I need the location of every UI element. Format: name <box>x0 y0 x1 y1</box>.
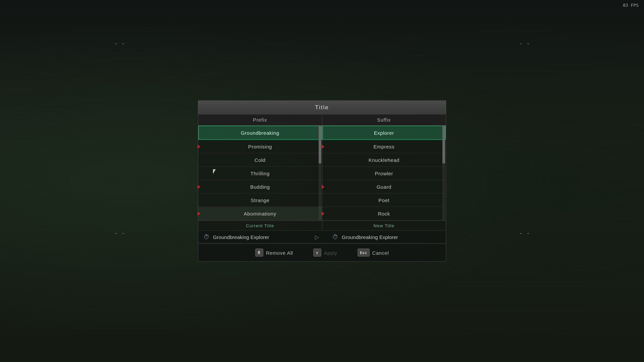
title-dialog: Title Prefix Suffix Groundbreaking Promi… <box>198 101 446 262</box>
prefix-list: Groundbreaking Promising Cold Thrilling … <box>198 126 322 221</box>
current-title-value-container: ⏱ Groundbreaking Explorer <box>204 234 312 241</box>
corner-tr: - - <box>519 40 530 47</box>
lists-container: Groundbreaking Promising Cold Thrilling … <box>198 126 446 221</box>
apply-label: Apply <box>324 250 337 255</box>
suffix-item-guard[interactable]: Guard <box>322 180 446 194</box>
marker-promising <box>198 144 200 148</box>
prefix-item-abominationy[interactable]: Abominationy <box>198 207 322 221</box>
suffix-item-knucklehead[interactable]: Knucklehead <box>322 154 446 167</box>
column-headers: Prefix Suffix <box>198 115 446 126</box>
remove-all-button[interactable]: R Remove All <box>255 249 293 257</box>
prefix-header: Prefix <box>198 115 322 125</box>
suffix-item-empress[interactable]: Empress <box>322 140 446 154</box>
corner-tl: - - <box>114 40 125 47</box>
suffix-item-rock[interactable]: Rock <box>322 207 446 221</box>
dialog-title: Title <box>198 101 446 115</box>
remove-all-key: R <box>255 249 263 257</box>
prefix-item-groundbreaking[interactable]: Groundbreaking <box>198 126 322 140</box>
suffix-item-poet[interactable]: Poet <box>322 194 446 207</box>
prefix-item-thrilling[interactable]: Thrilling <box>198 167 322 180</box>
current-title-text: Groundbreaking Explorer <box>213 234 269 240</box>
apply-button[interactable]: ↑ Apply <box>313 249 337 257</box>
prefix-scrollbar[interactable] <box>319 126 321 221</box>
corner-bl: - - <box>114 229 125 236</box>
cancel-button[interactable]: Esc Cancel <box>358 249 389 257</box>
cancel-key: Esc <box>358 249 370 257</box>
marker-budding <box>198 185 200 189</box>
suffix-item-explorer[interactable]: Explorer <box>322 126 446 140</box>
marker-empress <box>322 144 324 148</box>
suffix-list: Explorer Empress Knucklehead Prowler Gua… <box>322 126 446 221</box>
suffix-scrollbar[interactable] <box>442 126 445 221</box>
prefix-item-strange[interactable]: Strange <box>198 194 322 207</box>
cancel-label: Cancel <box>372 250 389 255</box>
title-labels-row: Current Title New Title <box>198 221 446 231</box>
fps-counter: 83 FPS <box>623 3 639 8</box>
prefix-item-budding[interactable]: Budding <box>198 180 322 194</box>
corner-br: - - <box>519 229 530 236</box>
current-title-label: Current Title <box>198 221 322 231</box>
title-values-row: ⏱ Groundbreaking Explorer ▷ ⏱ Groundbrea… <box>198 231 446 244</box>
prefix-item-promising[interactable]: Promising <box>198 140 322 154</box>
arrow-right-icon: ▷ <box>312 234 322 240</box>
new-title-value-container: ⏱ Groundbreaking Explorer <box>322 234 440 241</box>
prefix-item-cold[interactable]: Cold <box>198 154 322 167</box>
suffix-item-prowler[interactable]: Prowler <box>322 167 446 180</box>
suffix-scroll-thumb <box>442 126 445 164</box>
apply-key: ↑ <box>313 249 321 257</box>
new-title-label: New Title <box>322 221 446 231</box>
marker-abominationy <box>198 212 200 216</box>
current-title-icon: ⏱ <box>204 234 210 241</box>
prefix-scroll-thumb <box>319 126 321 164</box>
new-title-text: Groundbreaking Explorer <box>342 234 398 240</box>
suffix-header: Suffix <box>322 115 446 125</box>
marker-rock <box>322 212 324 216</box>
new-title-icon: ⏱ <box>332 234 338 241</box>
remove-all-label: Remove All <box>266 250 293 255</box>
button-row: R Remove All ↑ Apply Esc Cancel <box>198 244 446 262</box>
marker-guard <box>322 185 324 189</box>
